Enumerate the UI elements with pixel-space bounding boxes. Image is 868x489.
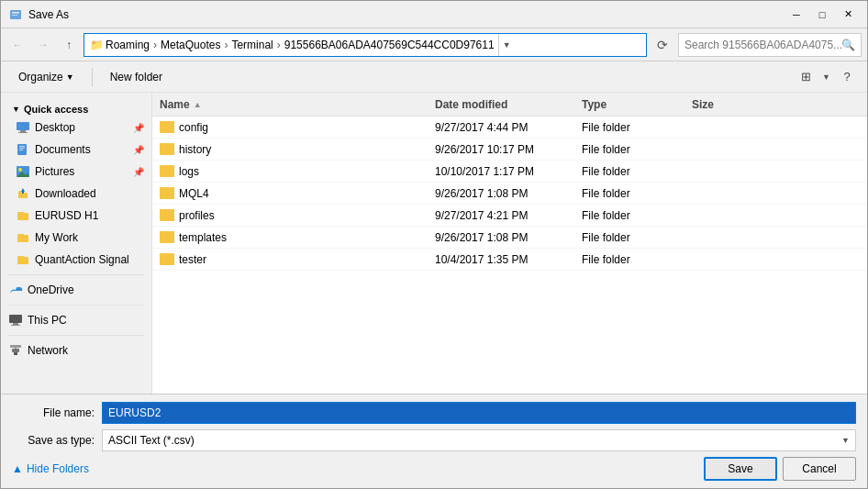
svg-rect-5 [18,132,28,133]
quick-access-header: ▼ Quick access [1,100,151,117]
folder-icon [160,143,174,155]
sidebar-divider-3 [8,335,144,336]
file-row[interactable]: tester 10/4/2017 1:35 PM File folder [152,249,867,271]
file-date: 9/26/2017 1:08 PM [428,187,574,200]
breadcrumb-roaming: Roaming [106,39,150,51]
search-input[interactable] [684,39,841,51]
back-button[interactable]: ← [6,34,28,56]
sort-arrow-icon: ▲ [194,100,202,109]
maximize-button[interactable]: □ [810,6,834,24]
file-type: File folder [574,121,684,134]
breadcrumb-folder-icon: 📁 [90,39,104,51]
file-type: File folder [574,209,684,222]
folder-icon [160,187,174,199]
sidebar-item-onedrive[interactable]: OneDrive [1,279,151,301]
savetype-value: ASCII Text (*.csv) [108,434,841,447]
column-date-header[interactable]: Date modified [428,98,574,111]
filename-input-box [102,402,856,424]
folder-icon [160,121,174,133]
refresh-button[interactable]: ⟳ [651,33,674,57]
file-name: MQL4 [179,187,209,200]
file-type: File folder [574,253,684,266]
file-date: 9/27/2017 4:21 PM [428,209,574,222]
file-row[interactable]: config 9/27/2017 4:44 PM File folder [152,117,867,139]
title-bar: Save As ─ □ ✕ [1,1,867,28]
file-date: 10/4/2017 1:35 PM [428,253,574,266]
file-row[interactable]: logs 10/10/2017 1:17 PM File folder [152,161,867,183]
bottom-area: File name: Save as type: ASCII Text (*.c… [1,394,867,488]
sidebar-item-desktop[interactable]: Desktop 📌 [1,117,151,139]
onedrive-icon [8,283,23,297]
sidebar-desktop-label: Desktop [35,121,128,134]
dialog-title: Save As [28,8,785,21]
buttons-row: ▲ Hide Folders Save Cancel [12,457,856,481]
sidebar-item-network[interactable]: Network [1,339,151,361]
svg-rect-7 [19,146,25,147]
sidebar-item-documents[interactable]: Documents 📌 [1,139,151,161]
sidebar-item-quantaction[interactable]: QuantAction Signal [1,249,151,271]
column-name-header[interactable]: Name ▲ [152,98,428,111]
forward-button[interactable]: → [32,34,54,56]
file-type: File folder [574,231,684,244]
view-button[interactable]: ⊞ [793,66,818,88]
hide-folders-label: Hide Folders [27,462,89,475]
sidebar-network-label: Network [28,344,144,357]
file-name: config [179,121,208,134]
folder-icon [160,209,174,221]
breadcrumb-terminal: Terminal [231,39,273,51]
sidebar-item-thispc[interactable]: This PC [1,309,151,331]
column-size-header[interactable]: Size [684,98,758,111]
savetype-label: Save as type: [12,434,95,447]
file-name: profiles [179,209,215,222]
downloaded-icon [16,186,30,201]
toolbar-separator [92,68,93,86]
file-name: templates [179,231,227,244]
file-row[interactable]: templates 9/26/2017 1:08 PM File folder [152,227,867,249]
svg-rect-26 [14,352,17,355]
sidebar-item-pictures[interactable]: Pictures 📌 [1,161,151,183]
column-type-header[interactable]: Type [574,98,684,111]
svg-rect-25 [11,325,20,326]
sidebar-item-downloaded[interactable]: Downloaded [1,183,151,205]
close-button[interactable]: ✕ [836,6,860,24]
minimize-button[interactable]: ─ [785,6,808,24]
help-button[interactable]: ? [834,66,860,88]
file-name: tester [179,253,206,266]
breadcrumb-sep-1: › [153,39,157,51]
organize-button[interactable]: Organize ▼ [8,66,84,88]
organize-label: Organize [18,71,63,83]
toolbar-right: ⊞ ▼ ? [793,66,860,88]
cancel-button[interactable]: Cancel [783,457,856,481]
new-folder-button[interactable]: New folder [100,66,172,88]
file-row[interactable]: profiles 9/27/2017 4:21 PM File folder [152,205,867,227]
breadcrumb-box[interactable]: 📁 Roaming › MetaQuotes › Terminal › 9155… [83,33,647,57]
hide-folders-link[interactable]: ▲ Hide Folders [12,462,89,475]
file-row[interactable]: MQL4 9/26/2017 1:08 PM File folder [152,183,867,205]
svg-rect-1 [12,12,19,14]
savetype-select-box[interactable]: ASCII Text (*.csv) ▼ [102,429,856,451]
up-button[interactable]: ↑ [58,34,80,56]
network-icon [8,343,23,358]
sidebar-divider-1 [8,274,144,275]
folder-icon [160,231,174,243]
file-date: 9/26/2017 1:08 PM [428,231,574,244]
sidebar-item-eurusd[interactable]: EURUSD H1 [1,205,151,227]
file-date: 9/27/2017 4:44 PM [428,121,574,134]
file-row[interactable]: history 9/26/2017 10:17 PM File folder [152,139,867,161]
search-icon: 🔍 [841,39,855,51]
svg-rect-20 [17,234,24,237]
svg-rect-28 [10,345,21,348]
sidebar-pictures-label: Pictures [35,165,128,178]
documents-pin-icon: 📌 [133,145,144,155]
breadcrumb-dropdown-button[interactable]: ▼ [498,34,515,56]
sidebar-documents-label: Documents [35,143,128,156]
svg-rect-2 [12,15,17,16]
save-as-dialog: Save As ─ □ ✕ ← → ↑ 📁 Roaming › MetaQuot… [0,0,868,489]
quantaction-icon [16,252,30,267]
main-area: ▼ Quick access Desktop 📌 Documents 📌 [1,93,867,394]
save-button[interactable]: Save [704,457,777,481]
documents-icon [16,142,30,157]
sidebar-item-mywork[interactable]: My Work [1,227,151,249]
sidebar-downloaded-label: Downloaded [35,187,144,200]
filename-input[interactable] [108,406,850,419]
